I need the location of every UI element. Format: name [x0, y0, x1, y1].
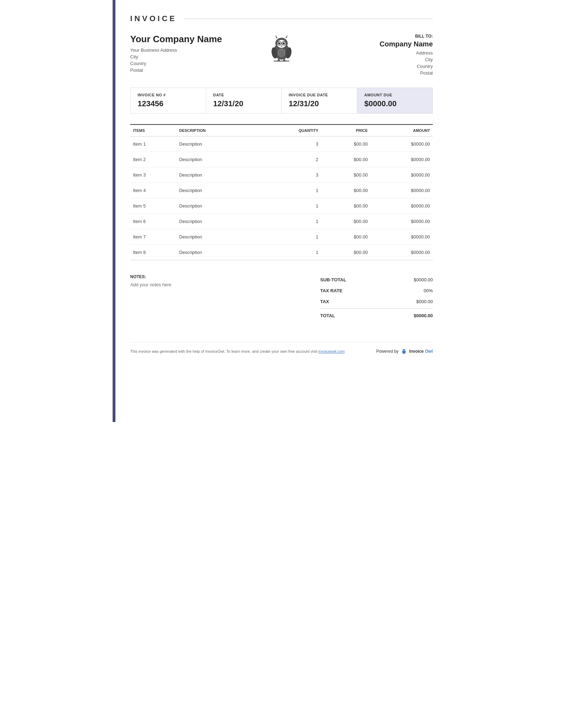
item-amount: $0000.00 [371, 167, 433, 183]
table-row: Item 3 Description 3 $00.00 $0000.00 [130, 167, 433, 183]
table-row: Item 2 Description 2 $00.00 $0000.00 [130, 152, 433, 167]
totals-divider [320, 308, 433, 309]
item-description: Description [176, 183, 257, 198]
item-description: Description [176, 167, 257, 183]
item-price: $00.00 [321, 245, 371, 260]
invoice-meta: INVOICE NO # 123456 DATE 12/31/20 INVOIC… [130, 88, 433, 114]
company-address: Your Business Address [130, 47, 231, 53]
svg-marker-2 [275, 35, 277, 38]
item-amount: $0000.00 [371, 245, 433, 260]
subtotal-row: SUB-TOTAL $0000.00 [320, 274, 433, 285]
item-quantity: 1 [257, 229, 321, 245]
tax-row: TAX $000.00 [320, 296, 433, 307]
tax-rate-row: TAX RATE 00% [320, 285, 433, 296]
bottom-section: NOTES: Add your notes here SUB-TOTAL $00… [130, 271, 433, 321]
svg-point-26 [403, 349, 405, 352]
footer: This invoice was generated with the help… [130, 342, 433, 355]
item-name: Item 3 [130, 167, 176, 183]
item-name: Item 6 [130, 214, 176, 229]
date-value: 12/31/20 [213, 99, 274, 108]
col-header-price: PRICE [321, 124, 371, 136]
item-name: Item 4 [130, 183, 176, 198]
amount-due-value: $0000.00 [364, 99, 425, 108]
invoice-no-value: 123456 [138, 99, 199, 108]
item-name: Item 2 [130, 152, 176, 167]
item-price: $00.00 [321, 229, 371, 245]
tax-label: TAX [320, 299, 329, 304]
col-header-amount: AMOUNT [371, 124, 433, 136]
item-amount: $0000.00 [371, 229, 433, 245]
item-name: Item 5 [130, 198, 176, 214]
item-name: Item 1 [130, 136, 176, 152]
bill-address: Address [332, 50, 433, 56]
item-quantity: 1 [257, 214, 321, 229]
amount-due-label: AMOUNT DUE [364, 93, 425, 97]
bill-postal: Postal [332, 70, 433, 76]
item-price: $00.00 [321, 167, 371, 183]
item-quantity: 1 [257, 245, 321, 260]
item-description: Description [176, 245, 257, 260]
brand-owl-text: Owl [425, 349, 433, 354]
tax-rate-label: TAX RATE [320, 288, 342, 293]
notes-section: NOTES: Add your notes here [130, 274, 320, 287]
item-quantity: 2 [257, 152, 321, 167]
table-row: Item 8 Description 1 $00.00 $0000.00 [130, 245, 433, 260]
footer-description: This invoice was generated with the help… [130, 349, 317, 353]
total-row: TOTAL $0000.00 [320, 310, 433, 321]
meta-invoice-no: INVOICE NO # 123456 [131, 88, 206, 113]
footer-link[interactable]: invoiceowl.com [318, 349, 345, 353]
item-description: Description [176, 152, 257, 167]
svg-point-29 [403, 350, 403, 350]
item-name: Item 7 [130, 229, 176, 245]
company-country: Country [130, 61, 231, 66]
table-row: Item 4 Description 1 $00.00 $0000.00 [130, 183, 433, 198]
col-header-items: ITEMS [130, 124, 176, 136]
company-section: Your Company Name Your Business Address … [130, 34, 433, 77]
item-description: Description [176, 229, 257, 245]
item-name: Item 8 [130, 245, 176, 260]
item-quantity: 3 [257, 136, 321, 152]
item-price: $00.00 [321, 183, 371, 198]
col-header-quantity: QUANTITY [257, 124, 321, 136]
notes-label: NOTES: [130, 274, 306, 279]
date-label: DATE [213, 93, 274, 97]
item-price: $00.00 [321, 152, 371, 167]
brand-invoice-text: Invoice [409, 349, 424, 354]
logo-area [231, 34, 332, 63]
table-row: Item 7 Description 1 $00.00 $0000.00 [130, 229, 433, 245]
notes-text: Add your notes here [130, 282, 306, 287]
svg-marker-3 [285, 35, 287, 38]
total-label: TOTAL [320, 313, 335, 318]
col-header-description: DESCRIPTION [176, 124, 257, 136]
subtotal-value: $0000.00 [414, 277, 433, 282]
item-price: $00.00 [321, 136, 371, 152]
table-row: Item 5 Description 1 $00.00 $0000.00 [130, 198, 433, 214]
owl-logo-icon [267, 34, 296, 63]
powered-by-text: Powered by [376, 349, 398, 354]
footer-brand: Powered by InvoiceOwl [376, 348, 433, 355]
company-info: Your Company Name Your Business Address … [130, 34, 231, 74]
invoice-title-row: INVOICE [130, 14, 433, 23]
bill-country: Country [332, 64, 433, 69]
svg-point-9 [279, 43, 280, 43]
svg-point-10 [284, 43, 285, 43]
bill-city: City [332, 57, 433, 62]
bill-to-label: BILL TO: [332, 34, 433, 39]
company-city: City [130, 54, 231, 59]
items-table: ITEMS DESCRIPTION QUANTITY PRICE AMOUNT … [130, 124, 433, 260]
item-quantity: 3 [257, 167, 321, 183]
svg-point-30 [404, 350, 404, 350]
item-description: Description [176, 198, 257, 214]
item-quantity: 1 [257, 198, 321, 214]
item-quantity: 1 [257, 183, 321, 198]
invoice-title: INVOICE [130, 14, 177, 23]
item-amount: $0000.00 [371, 183, 433, 198]
item-description: Description [176, 214, 257, 229]
company-postal: Postal [130, 68, 231, 73]
invoice-page: INVOICE Your Company Name Your Business … [113, 0, 450, 422]
invoice-no-label: INVOICE NO # [138, 93, 199, 97]
item-amount: $0000.00 [371, 152, 433, 167]
item-description: Description [176, 136, 257, 152]
meta-amount-due: AMOUNT DUE $0000.00 [357, 88, 432, 113]
totals-section: SUB-TOTAL $0000.00 TAX RATE 00% TAX $000… [320, 274, 433, 321]
